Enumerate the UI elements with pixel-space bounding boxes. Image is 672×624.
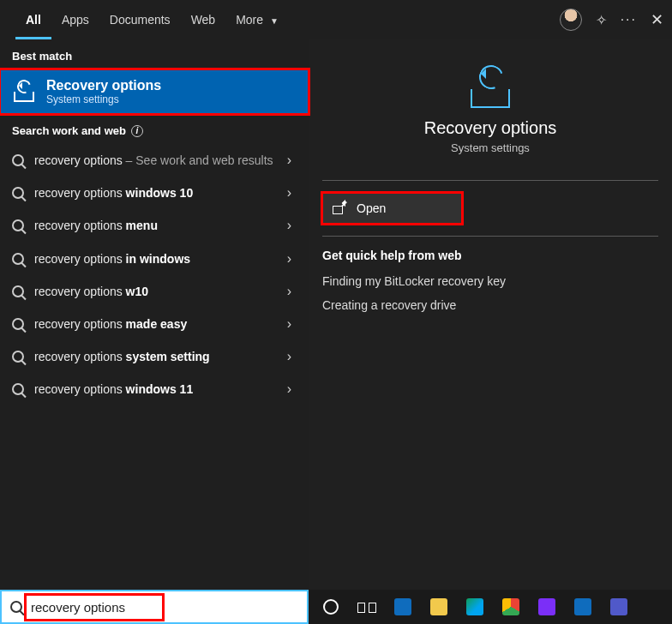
chevron-right-icon[interactable]: › [287,316,297,332]
chevron-right-icon[interactable]: › [287,153,297,168]
close-icon[interactable]: ✕ [651,10,663,29]
web-suggestion[interactable]: recovery options windows 10› [0,177,309,209]
suggestion-text: recovery options system setting [34,349,277,364]
search-icon [12,318,24,330]
suggestion-text: recovery options made easy [34,316,277,332]
open-button[interactable]: Open [322,193,462,224]
paint-icon[interactable] [531,592,562,621]
search-web-header-label: Search work and web [12,124,126,137]
recovery-icon [12,81,36,102]
divider [322,180,658,181]
preview-pane: Recovery options System settings Open Ge… [309,39,672,590]
web-suggestion[interactable]: recovery options made easy› [0,308,309,340]
recovery-icon [465,65,515,108]
suggestion-text: recovery options windows 10 [34,185,277,201]
outlook-icon[interactable] [567,592,598,621]
tab-all[interactable]: All [15,0,51,39]
search-filter-tabs: All Apps Documents Web More ▼ ✧ ··· ✕ [0,0,672,39]
search-web-header: Search work and web i [0,114,309,144]
tab-more[interactable]: More ▼ [225,0,289,39]
best-match-header: Best match [0,39,309,69]
search-input[interactable] [31,600,298,615]
task-view-icon[interactable] [351,592,382,621]
suggestion-text: recovery options w10 [34,284,277,299]
user-avatar[interactable] [560,9,582,31]
divider [322,236,658,237]
preview-subtitle: System settings [322,141,658,154]
help-link-recovery-drive[interactable]: Creating a recovery drive [322,298,658,312]
chevron-right-icon[interactable]: › [287,349,297,364]
feedback-icon[interactable]: ✧ [596,12,607,28]
best-match-title: Recovery options [46,78,161,93]
chevron-right-icon[interactable]: › [287,185,297,201]
web-suggestion[interactable]: recovery options in windows› [0,243,309,275]
web-suggestion[interactable]: recovery options menu› [0,209,309,242]
search-icon [10,601,22,613]
help-link-bitlocker[interactable]: Finding my BitLocker recovery key [322,274,658,288]
chevron-right-icon[interactable]: › [287,284,297,299]
web-suggestion[interactable]: recovery options system setting› [0,340,309,373]
chevron-down-icon: ▼ [270,16,279,26]
search-icon [12,253,24,265]
taskbar [309,590,672,624]
mail-icon[interactable] [387,592,418,621]
help-header: Get quick help from web [322,249,658,262]
results-pane: Best match Recovery options System setti… [0,39,309,590]
chevron-right-icon[interactable]: › [287,381,297,397]
web-suggestion[interactable]: recovery options windows 11› [0,373,309,405]
suggestion-text: recovery options windows 11 [34,381,277,397]
tab-documents[interactable]: Documents [99,0,181,39]
best-match-subtitle: System settings [46,93,161,105]
search-icon [12,187,24,199]
search-icon [12,219,24,231]
suggestion-text: recovery options in windows [34,251,277,267]
tab-apps[interactable]: Apps [51,0,99,39]
chrome-icon[interactable] [495,592,526,621]
teams-icon[interactable] [603,592,634,621]
search-icon [12,285,24,297]
search-icon [12,351,24,363]
info-icon[interactable]: i [131,125,143,137]
chevron-right-icon[interactable]: › [287,218,297,233]
suggestion-text: recovery options – See work and web resu… [34,153,277,168]
best-match-result[interactable]: Recovery options System settings [0,69,309,114]
web-suggestion[interactable]: recovery options w10› [0,275,309,308]
more-options-icon[interactable]: ··· [621,12,637,27]
search-box[interactable] [0,590,309,624]
open-label: Open [357,201,386,215]
file-explorer-icon[interactable] [423,592,454,621]
edge-icon[interactable] [459,592,490,621]
search-icon [12,383,24,395]
chevron-right-icon[interactable]: › [287,251,297,267]
open-icon [333,202,346,214]
cortana-icon[interactable] [315,592,346,621]
web-suggestion[interactable]: recovery options – See work and web resu… [0,144,309,177]
suggestion-text: recovery options menu [34,218,277,233]
preview-title: Recovery options [322,118,658,138]
tab-web[interactable]: Web [181,0,226,39]
tab-more-label: More [236,13,263,27]
search-icon [12,154,24,166]
